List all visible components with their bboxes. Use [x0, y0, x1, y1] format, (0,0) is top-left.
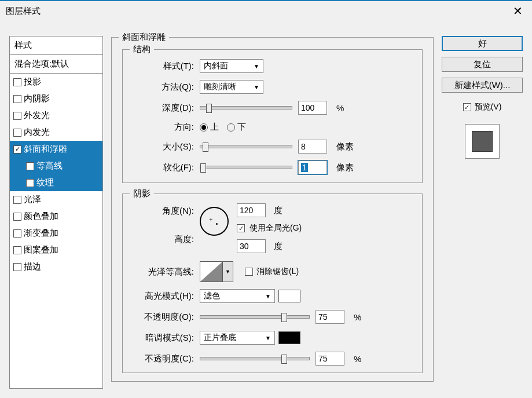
style-checkbox[interactable] [13, 129, 21, 137]
shadow-mode-label: 暗调模式(S): [133, 333, 200, 344]
chevron-down-icon: ▼ [265, 335, 271, 341]
styles-header[interactable]: 样式 [10, 36, 102, 55]
chevron-down-icon: ▼ [254, 63, 259, 70]
style-item-3[interactable]: 内发光 [10, 124, 102, 141]
style-checkbox[interactable] [13, 145, 21, 154]
style-item-8[interactable]: 颜色叠加 [10, 208, 102, 225]
blend-options[interactable]: 混合选项:默认 [10, 55, 102, 74]
direction-down-radio[interactable] [227, 123, 235, 132]
gloss-contour-label: 光泽等高线: [133, 266, 200, 277]
ok-button[interactable]: 好 [442, 36, 523, 51]
depth-input[interactable]: 100 [298, 101, 327, 115]
style-item-label: 纹理 [36, 177, 54, 188]
shadow-title: 阴影 [130, 188, 154, 199]
angle-label: 角度(N): [133, 206, 194, 217]
style-checkbox[interactable] [13, 246, 21, 254]
style-item-11[interactable]: 描边 [10, 258, 102, 275]
styles-list: 投影内阴影外发光内发光斜面和浮雕等高线纹理光泽颜色叠加渐变叠加图案叠加描边 [10, 74, 102, 275]
close-icon[interactable]: ✕ [509, 4, 526, 18]
method-label: 方法(Q): [133, 82, 200, 93]
shadow-opacity-label: 不透明度(C): [133, 353, 200, 364]
direction-up-radio[interactable] [200, 123, 208, 132]
highlight-mode-label: 高光模式(H): [133, 291, 200, 302]
preview-checkbox[interactable] [463, 103, 471, 111]
shadow-color-swatch[interactable] [278, 331, 300, 344]
depth-label: 深度(D): [133, 103, 200, 114]
highlight-mode-combo[interactable]: 滤色 ▼ [200, 289, 275, 303]
altitude-input[interactable]: 30 [237, 239, 266, 253]
style-checkbox[interactable] [13, 78, 21, 86]
titlebar: 图层样式 ✕ [0, 1, 532, 21]
style-checkbox[interactable] [13, 112, 21, 120]
main-panel: 斜面和浮雕 结构 样式(T): 内斜面 ▼ 方法(Q): 雕刻 [111, 36, 434, 389]
style-item-label: 渐变叠加 [24, 228, 58, 239]
style-item-label: 内发光 [24, 127, 50, 138]
style-item-label: 投影 [24, 76, 41, 87]
style-checkbox[interactable] [13, 229, 21, 238]
bevel-emboss-title: 斜面和浮雕 [119, 32, 169, 43]
chevron-down-icon: ▼ [254, 84, 259, 90]
size-input[interactable]: 8 [298, 140, 327, 154]
soften-label: 软化(F): [133, 162, 200, 173]
style-item-9[interactable]: 渐变叠加 [10, 225, 102, 242]
style-checkbox[interactable] [13, 263, 21, 271]
direction-label: 方向: [133, 122, 200, 133]
size-slider[interactable] [200, 145, 292, 148]
reset-button[interactable]: 复位 [442, 57, 523, 72]
style-checkbox[interactable] [26, 179, 34, 187]
highlight-opacity-slider[interactable] [200, 315, 310, 319]
style-label: 样式(T): [133, 61, 200, 72]
style-item-1[interactable]: 内阴影 [10, 90, 102, 107]
preview-swatch [465, 124, 500, 159]
style-item-7[interactable]: 光泽 [10, 191, 102, 208]
button-panel: 好 复位 新建样式(W)... 预览(V) [442, 36, 523, 389]
global-light-checkbox[interactable] [237, 224, 245, 232]
style-item-6[interactable]: 纹理 [10, 174, 102, 191]
style-item-4[interactable]: 斜面和浮雕 [10, 141, 102, 158]
shadow-mode-combo[interactable]: 正片叠底 ▼ [200, 331, 275, 345]
bevel-emboss-group: 斜面和浮雕 结构 样式(T): 内斜面 ▼ 方法(Q): 雕刻 [111, 37, 434, 382]
antialias-checkbox[interactable] [245, 268, 253, 276]
style-combo[interactable]: 内斜面 ▼ [200, 59, 263, 73]
altitude-label: 高度: [133, 234, 194, 245]
style-item-label: 颜色叠加 [24, 211, 58, 222]
style-item-label: 光泽 [24, 194, 41, 205]
shadow-group: 阴影 角度(N): 高度: + 120 [122, 193, 423, 373]
structure-title: 结构 [130, 44, 154, 55]
gloss-contour-dropdown[interactable]: ▼ [223, 261, 233, 282]
style-checkbox[interactable] [13, 95, 21, 103]
style-item-label: 描边 [24, 261, 41, 272]
angle-dial[interactable]: + [200, 207, 229, 236]
soften-input[interactable]: 1 [298, 160, 327, 174]
gloss-contour-swatch[interactable] [200, 261, 223, 282]
style-checkbox[interactable] [13, 196, 21, 204]
size-label: 大小(S): [133, 141, 200, 152]
style-item-5[interactable]: 等高线 [10, 158, 102, 174]
styles-panel: 样式 混合选项:默认 投影内阴影外发光内发光斜面和浮雕等高线纹理光泽颜色叠加渐变… [9, 36, 103, 389]
angle-input[interactable]: 120 [237, 203, 266, 217]
style-item-10[interactable]: 图案叠加 [10, 242, 102, 258]
style-item-0[interactable]: 投影 [10, 74, 102, 90]
style-item-label: 外发光 [24, 110, 50, 121]
style-checkbox[interactable] [26, 162, 34, 170]
style-item-label: 内阴影 [24, 93, 50, 104]
style-item-label: 斜面和浮雕 [24, 144, 67, 155]
highlight-opacity-input[interactable]: 75 [315, 310, 344, 324]
style-item-label: 等高线 [36, 160, 63, 171]
method-combo[interactable]: 雕刻清晰 ▼ [200, 80, 263, 94]
new-style-button[interactable]: 新建样式(W)... [442, 78, 523, 93]
structure-group: 结构 样式(T): 内斜面 ▼ 方法(Q): 雕刻清晰 ▼ [122, 49, 423, 183]
highlight-color-swatch[interactable] [278, 290, 300, 302]
style-item-2[interactable]: 外发光 [10, 107, 102, 124]
style-checkbox[interactable] [13, 213, 21, 221]
shadow-opacity-slider[interactable] [200, 357, 310, 360]
depth-slider[interactable] [200, 106, 292, 109]
shadow-opacity-input[interactable]: 75 [315, 352, 344, 366]
window-title: 图层样式 [6, 6, 41, 17]
soften-slider[interactable] [200, 166, 292, 169]
layer-style-dialog: 图层样式 ✕ 样式 混合选项:默认 投影内阴影外发光内发光斜面和浮雕等高线纹理光… [0, 0, 532, 398]
style-item-label: 图案叠加 [24, 244, 58, 255]
chevron-down-icon: ▼ [265, 293, 271, 300]
highlight-opacity-label: 不透明度(O): [133, 312, 200, 323]
